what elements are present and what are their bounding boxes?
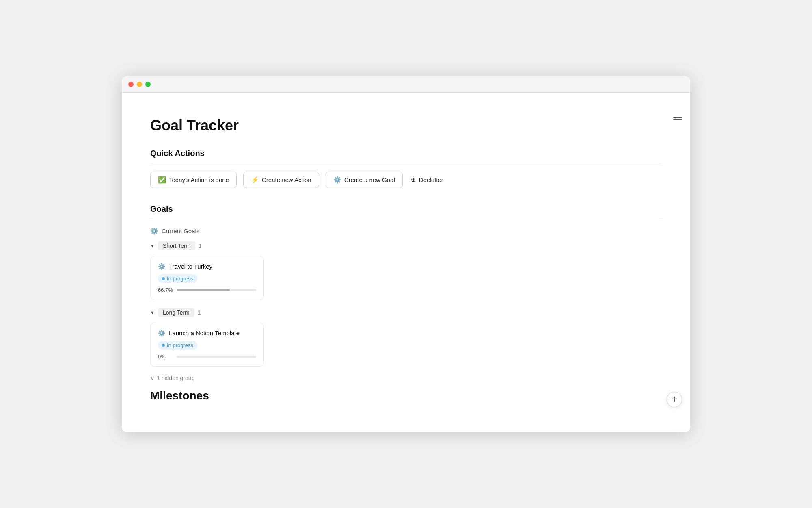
quick-actions-title: Quick Actions [150, 149, 662, 158]
long-term-count: 1 [198, 309, 201, 316]
app-window: Goal Tracker Quick Actions ✅ Today's Act… [122, 76, 690, 432]
goal-target-icon-2: ⚙️ [158, 330, 166, 337]
page-title: Goal Tracker [150, 117, 662, 134]
goal-card-travel-turkey[interactable]: ⚙️ Travel to Turkey In progress 66.7% [150, 256, 264, 300]
gear-icon: ⚙️ [333, 176, 341, 184]
current-goals-icon: ⚙️ [150, 227, 158, 235]
status-dot-2 [162, 344, 165, 347]
declutter-icon: ⊕ [411, 176, 416, 183]
today-action-done-button[interactable]: ✅ Today's Action is done [150, 172, 237, 188]
float-icon: ✛ [672, 395, 677, 404]
goals-divider [150, 219, 662, 219]
short-term-tag[interactable]: Short Term [158, 241, 195, 250]
goals-title: Goals [150, 204, 662, 214]
float-action-button[interactable]: ✛ [667, 392, 682, 407]
quick-actions-header: Quick Actions [150, 149, 662, 163]
progress-row-2: 0% [158, 354, 256, 360]
create-action-button[interactable]: ⚡ Create new Action [243, 172, 319, 188]
short-term-count: 1 [199, 243, 202, 249]
goal-title-2: Launch a Notion Template [169, 330, 240, 336]
menu-icon[interactable] [673, 117, 682, 120]
create-action-label: Create new Action [262, 176, 311, 183]
quick-actions-bar: ✅ Today's Action is done ⚡ Create new Ac… [150, 172, 662, 188]
close-button[interactable] [128, 82, 134, 87]
progress-bar-bg [177, 289, 256, 291]
current-goals-label: Current Goals [162, 228, 199, 234]
status-label-2: In progress [167, 342, 193, 348]
goal-title-row: ⚙️ Travel to Turkey [158, 263, 256, 270]
declutter-button[interactable]: ⊕ Declutter [409, 172, 445, 187]
create-goal-label: Create a new Goal [344, 176, 395, 183]
progress-pct-2: 0% [158, 354, 173, 360]
progress-bar-bg-2 [177, 356, 256, 358]
main-content: Goal Tracker Quick Actions ✅ Today's Act… [122, 93, 690, 419]
long-term-chevron[interactable]: ▼ [150, 310, 155, 315]
quick-actions-divider [150, 163, 662, 163]
goal-title-row-2: ⚙️ Launch a Notion Template [158, 330, 256, 337]
goals-section: Goals ⚙️ Current Goals ▼ Short Term 1 ⚙️… [150, 204, 662, 381]
progress-bar-fill [177, 289, 230, 291]
create-goal-button[interactable]: ⚙️ Create a new Goal [326, 172, 403, 188]
short-term-chevron[interactable]: ▼ [150, 243, 155, 248]
current-goals-row: ⚙️ Current Goals [150, 227, 662, 235]
hidden-group-row[interactable]: ∨ 1 hidden group [150, 375, 662, 381]
long-term-group-row: ▼ Long Term 1 [150, 308, 662, 317]
progress-pct: 66.7% [158, 287, 173, 293]
maximize-button[interactable] [145, 82, 151, 87]
titlebar [122, 76, 690, 93]
status-badge-in-progress-2: In progress [158, 341, 197, 350]
goal-title: Travel to Turkey [169, 263, 212, 270]
milestones-section: Milestones [150, 389, 662, 402]
short-term-group-row: ▼ Short Term 1 [150, 241, 662, 250]
status-badge-in-progress: In progress [158, 274, 197, 283]
today-action-done-label: Today's Action is done [169, 176, 229, 183]
bolt-icon: ⚡ [251, 176, 259, 184]
declutter-label: Declutter [419, 176, 443, 183]
goal-target-icon: ⚙️ [158, 263, 166, 270]
progress-row: 66.7% [158, 287, 256, 293]
long-term-tag[interactable]: Long Term [158, 308, 194, 317]
chevron-down-icon: ∨ [150, 375, 154, 381]
goal-card-notion-template[interactable]: ⚙️ Launch a Notion Template In progress … [150, 323, 264, 367]
traffic-lights [128, 82, 151, 87]
hidden-group-label: 1 hidden group [157, 375, 194, 381]
status-label: In progress [167, 276, 193, 282]
minimize-button[interactable] [137, 82, 142, 87]
checkmark-icon: ✅ [158, 176, 166, 184]
goals-header: Goals [150, 204, 662, 219]
status-dot [162, 277, 165, 280]
milestones-title: Milestones [150, 389, 662, 402]
